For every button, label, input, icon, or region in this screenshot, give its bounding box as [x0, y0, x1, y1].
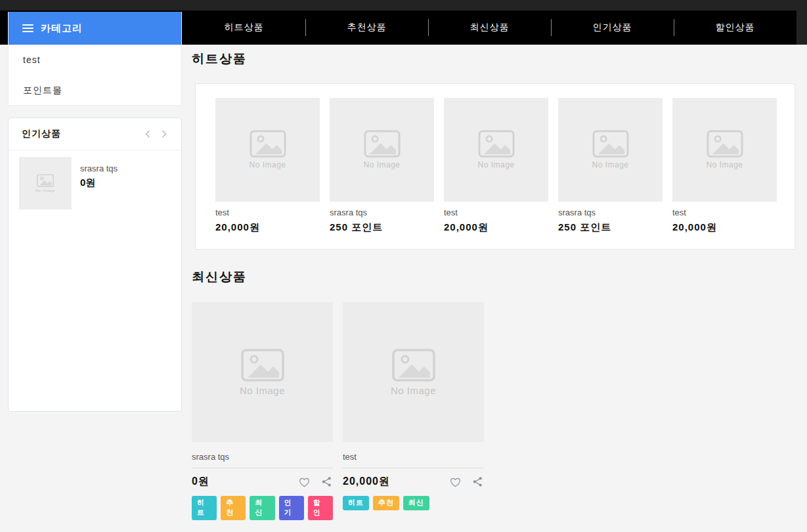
badge-recommend: 추천 — [373, 496, 399, 510]
badge-recommend: 추천 — [221, 496, 246, 520]
product-card[interactable]: No Image srasra tqs 0원 히트 추천 최신 인기 할인 — [192, 302, 333, 520]
no-image-label: No Image — [391, 385, 436, 396]
product-thumbnail: No Image — [672, 98, 777, 202]
no-image-label: No Image — [240, 385, 285, 396]
nav-item-popular[interactable]: 인기상품 — [551, 11, 674, 45]
no-image-icon — [241, 349, 284, 382]
badge-row: 히트 추천 최신 인기 할인 — [192, 496, 333, 520]
nav-items: 히트상품 추천상품 최신상품 인기상품 할인상품 — [183, 11, 796, 45]
product-name: srasra tqs — [558, 208, 663, 217]
category-title: 카테고리 — [41, 22, 83, 35]
no-image-icon — [392, 349, 435, 382]
product-actions — [297, 475, 333, 489]
product-thumbnail: No Image — [444, 98, 548, 202]
hamburger-icon — [22, 24, 33, 32]
price-row: 20,000원 — [343, 475, 484, 489]
product-price: 250 포인트 — [558, 221, 663, 234]
product-card[interactable]: No Image test 20,000원 — [444, 98, 548, 249]
price-row: 0원 — [192, 475, 333, 489]
product-card[interactable]: No Image test 20,000원 — [672, 98, 777, 249]
no-image-icon — [37, 174, 54, 187]
badge-new: 최신 — [403, 496, 429, 510]
product-price: 0원 — [80, 177, 118, 189]
latest-products-section: No Image srasra tqs 0원 히트 추천 최신 인기 할인 — [192, 302, 484, 520]
share-icon[interactable] — [471, 476, 484, 488]
no-image-label: No Image — [35, 188, 55, 192]
badge-hit: 히트 — [192, 496, 217, 520]
popular-products-panel: 인기상품 No Image srasra tqs 0원 — [8, 118, 182, 412]
popular-panel-header: 인기상품 — [9, 118, 181, 150]
no-image-label: No Image — [249, 160, 286, 169]
product-name: test — [672, 208, 777, 217]
category-header[interactable]: 카테고리 — [9, 12, 181, 45]
no-image-icon — [707, 130, 743, 158]
badge-new: 최신 — [250, 496, 274, 520]
product-card[interactable]: No Image test 20,000원 — [215, 98, 320, 249]
product-thumbnail: No Image — [192, 302, 333, 442]
no-image-label: No Image — [363, 160, 400, 169]
chevron-left-icon[interactable] — [144, 129, 152, 139]
hit-products-panel: No Image test 20,000원 No Image srasra tq… — [195, 83, 795, 250]
heart-icon[interactable] — [448, 475, 462, 489]
product-price: 20,000원 — [215, 221, 320, 234]
no-image-icon — [592, 130, 629, 158]
nav-item-recommend[interactable]: 추천상품 — [305, 11, 428, 45]
product-price: 250 포인트 — [330, 221, 434, 234]
category-item-pointmall[interactable]: 포인트몰 — [9, 75, 181, 105]
product-price: 20,000원 — [672, 221, 777, 234]
category-sidebar: 카테고리 test 포인트몰 — [8, 12, 182, 106]
badge-hit: 히트 — [343, 496, 369, 510]
nav-item-discount[interactable]: 할인상품 — [674, 11, 796, 45]
product-card[interactable]: No Image test 20,000원 히트 추천 최신 — [343, 302, 484, 520]
nav-item-new[interactable]: 최신상품 — [428, 11, 551, 45]
no-image-label: No Image — [477, 160, 514, 169]
no-image-icon — [250, 130, 286, 158]
share-icon[interactable] — [320, 476, 333, 488]
product-name: srasra tqs — [330, 208, 434, 217]
product-price: 20,000원 — [444, 221, 548, 234]
product-name: srasra tqs — [192, 452, 333, 468]
popular-panel-title: 인기상품 — [22, 128, 61, 140]
product-name: test — [444, 208, 548, 217]
product-card[interactable]: No Image srasra tqs 250 포인트 — [558, 98, 663, 249]
product-thumbnail: No Image — [343, 302, 484, 442]
product-card[interactable]: No Image srasra tqs 250 포인트 — [330, 98, 434, 249]
no-image-icon — [364, 130, 401, 158]
heart-icon[interactable] — [297, 475, 311, 489]
badge-discount: 할인 — [308, 496, 333, 520]
latest-section-title: 최신상품 — [192, 269, 247, 286]
product-thumbnail: No Image — [19, 157, 72, 210]
no-image-label: No Image — [592, 160, 628, 169]
hit-section-title: 히트상품 — [192, 51, 247, 68]
badge-row: 히트 추천 최신 — [343, 496, 484, 510]
no-image-icon — [478, 130, 515, 158]
chevron-right-icon[interactable] — [160, 129, 168, 139]
product-thumbnail: No Image — [558, 98, 663, 202]
product-name: test — [215, 208, 320, 217]
product-info: srasra tqs 0원 — [80, 157, 118, 210]
product-actions — [448, 475, 484, 489]
category-item-test[interactable]: test — [9, 45, 181, 75]
product-name: srasra tqs — [80, 164, 118, 173]
badge-popular: 인기 — [279, 496, 304, 520]
product-thumbnail: No Image — [330, 98, 434, 202]
product-name: test — [343, 452, 484, 468]
product-price: 20,000원 — [343, 475, 390, 489]
no-image-label: No Image — [706, 160, 743, 169]
product-price: 0원 — [192, 475, 209, 489]
popular-product-item[interactable]: No Image srasra tqs 0원 — [9, 150, 181, 216]
product-thumbnail: No Image — [215, 98, 320, 202]
carousel-arrows — [144, 129, 168, 139]
nav-item-hit[interactable]: 히트상품 — [183, 11, 305, 45]
